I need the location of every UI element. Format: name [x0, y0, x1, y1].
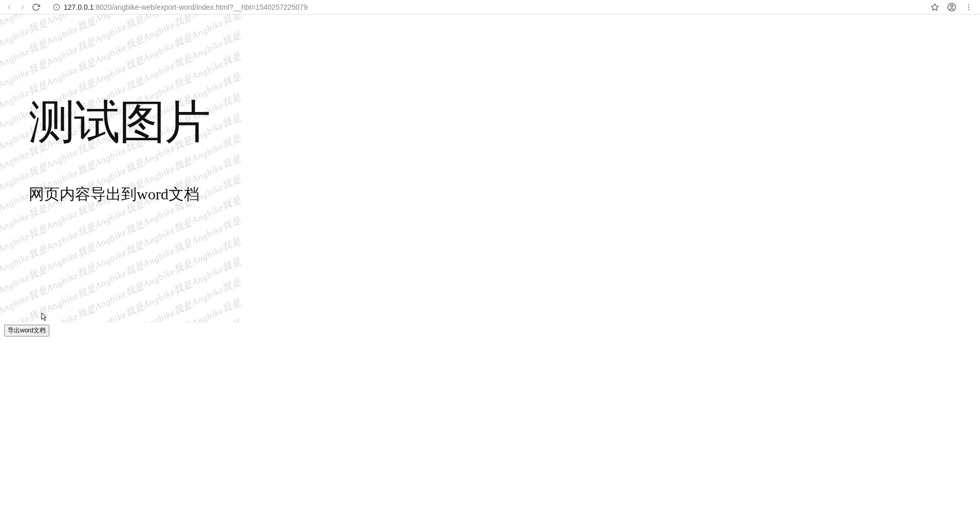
svg-point-5	[951, 5, 953, 7]
page-content: 我是Angbike我是Angbike我是Angbike我是Angbike我是An…	[0, 14, 980, 336]
svg-point-2	[57, 5, 57, 6]
export-word-button[interactable]: 导出word文档	[4, 325, 49, 336]
forward-button[interactable]	[17, 2, 28, 12]
reload-button[interactable]	[31, 2, 41, 12]
watermark-layer: 我是Angbike我是Angbike我是Angbike我是Angbike我是An…	[0, 14, 242, 323]
page-heading: 测试图片	[29, 97, 210, 147]
address-bar[interactable]: 127.0.0.1:8020/angbike-web/export-word/i…	[47, 2, 923, 13]
svg-point-8	[968, 9, 969, 10]
page-subtitle: 网页内容导出到word文档	[29, 184, 199, 205]
svg-marker-3	[931, 4, 938, 10]
url-text: 127.0.0.1:8020/angbike-web/export-word/i…	[64, 3, 307, 11]
menu-dots-icon[interactable]	[965, 3, 973, 11]
watermarked-block: 我是Angbike我是Angbike我是Angbike我是Angbike我是An…	[0, 14, 242, 323]
bookmark-star-icon[interactable]	[931, 3, 939, 11]
svg-point-7	[968, 6, 969, 7]
profile-icon[interactable]	[947, 3, 956, 12]
site-info-icon[interactable]	[52, 3, 61, 11]
browser-right-icons	[931, 3, 973, 12]
browser-toolbar: 127.0.0.1:8020/angbike-web/export-word/i…	[0, 0, 980, 14]
back-button[interactable]	[4, 2, 14, 12]
svg-point-6	[968, 4, 969, 5]
